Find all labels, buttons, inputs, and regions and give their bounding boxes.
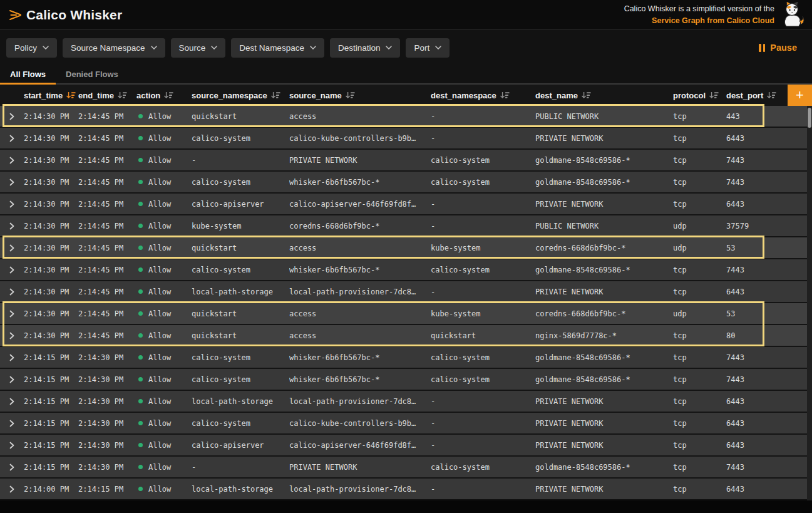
table-row[interactable]: 2:14:30 PM2:14:45 PMAllowkube-systemcore…: [0, 215, 807, 236]
cell-action: Allow: [136, 222, 192, 231]
sort-icon: [164, 91, 173, 100]
calico-cat-mascot: [781, 2, 804, 28]
expand-row-button[interactable]: [9, 244, 14, 252]
table-row[interactable]: 2:14:30 PM2:14:45 PMAllow-PRIVATE NETWOR…: [0, 150, 807, 170]
table-row[interactable]: 2:14:15 PM2:14:30 PMAllowcalico-systemca…: [0, 413, 807, 433]
column-header-start_time[interactable]: start_time: [24, 91, 78, 100]
expand-row-button[interactable]: [9, 442, 14, 449]
cell-source_name: local-path-provisioner-7dc8…: [289, 397, 431, 406]
expand-row-button[interactable]: [9, 420, 14, 427]
table-row[interactable]: 2:14:15 PM2:14:30 PMAllowcalico-apiserve…: [0, 435, 807, 455]
tab-all-flows[interactable]: All Flows: [0, 65, 56, 83]
cell-dest_port: 6443: [726, 288, 807, 296]
table-row[interactable]: 2:14:30 PM2:14:45 PMAllowquickstartacces…: [0, 303, 807, 324]
sort-icon: [767, 91, 776, 100]
filter-policy-dropdown[interactable]: Policy: [6, 38, 57, 58]
cell-start_time: 2:14:30 PM: [24, 288, 78, 296]
table-row[interactable]: 2:14:30 PM2:14:45 PMAllowquickstartacces…: [0, 325, 807, 346]
service-graph-link[interactable]: Service Graph from Calico Cloud: [624, 15, 774, 26]
cell-action: Allow: [136, 375, 192, 384]
cell-protocol: tcp: [673, 200, 726, 209]
expand-row-button[interactable]: [9, 113, 14, 120]
cell-source_namespace: quickstart: [192, 331, 289, 340]
table-row[interactable]: 2:14:30 PM2:14:45 PMAllowlocal-path-stor…: [0, 281, 807, 302]
sort-icon: [118, 91, 127, 100]
table-row[interactable]: 2:14:30 PM2:14:45 PMAllowcalico-apiserve…: [0, 194, 807, 214]
expand-row-button[interactable]: [9, 464, 14, 471]
cell-dest_port: 6443: [726, 200, 807, 209]
cell-start_time: 2:14:00 PM: [24, 485, 78, 494]
table-row[interactable]: 2:14:30 PM2:14:45 PMAllowquickstartacces…: [0, 106, 807, 127]
expand-row-button[interactable]: [9, 222, 14, 230]
column-header-end_time[interactable]: end_time: [78, 91, 136, 100]
cell-end_time: 2:14:45 PM: [78, 288, 136, 296]
table-row[interactable]: 2:14:15 PM2:14:30 PMAllow-PRIVATE NETWOR…: [0, 457, 807, 477]
cell-dest_namespace: -: [431, 485, 535, 494]
vertical-scrollbar-thumb[interactable]: [808, 108, 811, 128]
table-row[interactable]: 2:14:15 PM2:14:30 PMAllowcalico-systemwh…: [0, 347, 807, 368]
expand-row-button[interactable]: [9, 200, 14, 208]
cell-dest_port: 7443: [726, 178, 807, 187]
column-header-protocol[interactable]: protocol: [673, 91, 726, 100]
column-label-dest_port: dest_port: [726, 91, 763, 100]
cell-source_name: access: [289, 244, 431, 252]
column-label-source_namespace: source_namespace: [192, 91, 267, 100]
tab-denied-flows[interactable]: Denied Flows: [56, 65, 128, 83]
table-row[interactable]: 2:14:00 PM2:14:15 PMAllowlocal-path-stor…: [0, 479, 807, 499]
cell-start_time: 2:14:30 PM: [24, 244, 78, 252]
cell-start_time: 2:14:15 PM: [24, 463, 78, 472]
expand-row-button[interactable]: [9, 354, 14, 361]
allow-status-dot: [138, 443, 143, 447]
expand-row-button[interactable]: [9, 332, 14, 339]
cell-source_name: local-path-provisioner-7dc8…: [289, 485, 431, 494]
expand-row-button[interactable]: [9, 485, 14, 493]
expand-row-button[interactable]: [9, 157, 14, 164]
table-row[interactable]: 2:14:30 PM2:14:45 PMAllowcalico-systemca…: [0, 128, 807, 148]
expand-row-button[interactable]: [9, 135, 14, 142]
expand-row-button[interactable]: [9, 288, 14, 296]
column-header-dest_name[interactable]: dest_name: [535, 91, 673, 100]
table-row[interactable]: 2:14:30 PM2:14:45 PMAllowcalico-systemwh…: [0, 172, 807, 192]
pause-button[interactable]: Pause: [759, 43, 797, 53]
cell-source_name: calico-kube-controllers-b9b…: [289, 419, 431, 428]
cell-source_namespace: calico-system: [192, 134, 289, 143]
column-header-dest_namespace[interactable]: dest_namespace: [431, 91, 535, 100]
sort-icon: [346, 91, 355, 100]
column-header-source_namespace[interactable]: source_namespace: [192, 91, 289, 100]
filter-source-dropdown[interactable]: Source: [171, 38, 226, 58]
cell-source_namespace: -: [192, 156, 289, 165]
expand-row-button[interactable]: [9, 179, 14, 186]
chevron-right-icon: [9, 135, 14, 142]
expand-row-button[interactable]: [9, 266, 14, 274]
column-header-source_name[interactable]: source_name: [289, 91, 431, 100]
table-row[interactable]: 2:14:15 PM2:14:30 PMAllowlocal-path-stor…: [0, 391, 807, 412]
action-label: Allow: [148, 288, 171, 296]
table-row[interactable]: 2:14:30 PM2:14:45 PMAllowcalico-systemwh…: [0, 259, 807, 280]
column-header-action[interactable]: action: [136, 91, 192, 100]
cell-end_time: 2:14:30 PM: [78, 463, 136, 472]
cell-dest_name: goldmane-8548c69586-*: [535, 178, 673, 187]
filter-dest-namespace-dropdown[interactable]: Dest Namespace: [231, 38, 324, 58]
cell-action: Allow: [136, 112, 192, 121]
filter-port-dropdown[interactable]: Port: [406, 38, 450, 58]
cell-source_namespace: quickstart: [192, 112, 289, 121]
cell-action: Allow: [136, 331, 192, 340]
cell-source_namespace: calico-system: [192, 266, 289, 274]
action-label: Allow: [148, 112, 171, 121]
cell-action: Allow: [136, 309, 192, 318]
expand-row-button[interactable]: [9, 376, 14, 383]
filter-destination-dropdown[interactable]: Destination: [330, 38, 401, 58]
action-label: Allow: [148, 375, 171, 384]
table-row[interactable]: 2:14:15 PM2:14:30 PMAllowcalico-systemwh…: [0, 369, 807, 390]
cell-source_namespace: calico-apiserver: [192, 200, 289, 209]
table-row[interactable]: 2:14:30 PM2:14:45 PMAllowquickstartacces…: [0, 237, 807, 258]
cell-dest_namespace: calico-system: [431, 375, 535, 384]
vertical-scrollbar-track[interactable]: [807, 106, 812, 500]
cell-protocol: tcp: [673, 375, 726, 384]
add-filter-button[interactable]: +: [788, 85, 812, 106]
filter-bar: PolicySource NamespaceSourceDest Namespa…: [0, 30, 812, 65]
expand-row-button[interactable]: [9, 398, 14, 405]
expand-row-button[interactable]: [9, 310, 14, 318]
filter-source-namespace-dropdown[interactable]: Source Namespace: [63, 38, 165, 58]
cell-end_time: 2:14:45 PM: [78, 244, 136, 252]
